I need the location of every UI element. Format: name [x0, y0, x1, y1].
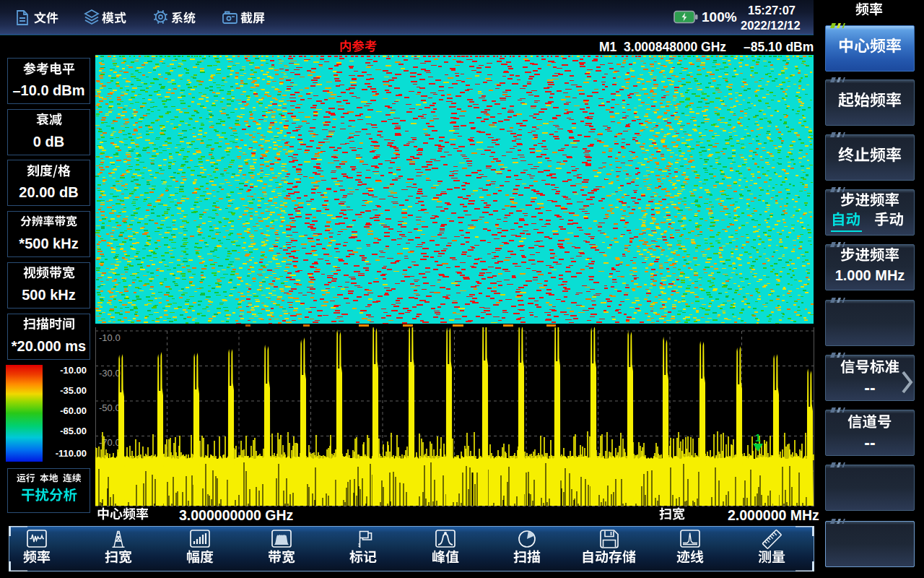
- svg-text:-10.0: -10.0: [99, 332, 121, 343]
- svg-text:-30.0: -30.0: [99, 368, 121, 379]
- svg-text:-50.0: -50.0: [99, 402, 121, 413]
- svg-text:1: 1: [755, 432, 761, 444]
